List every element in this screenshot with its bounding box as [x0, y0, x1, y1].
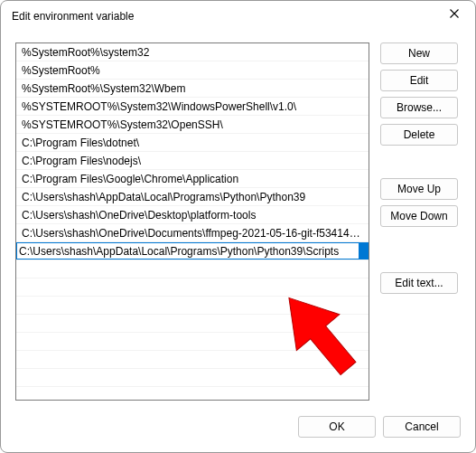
titlebar: Edit environment variable [1, 1, 475, 32]
list-item[interactable]: %SystemRoot%\system32 [16, 43, 369, 61]
cancel-button[interactable]: Cancel [383, 416, 461, 438]
list-item[interactable]: %SystemRoot%\System32\Wbem [16, 80, 369, 98]
list-empty-row[interactable] [16, 297, 369, 315]
close-icon [450, 9, 459, 18]
edit-text-button[interactable]: Edit text... [380, 272, 458, 294]
spacer [380, 232, 458, 267]
browse-button[interactable]: Browse... [380, 97, 458, 118]
edit-selection-cap [359, 242, 369, 260]
list-empty-row[interactable] [16, 278, 369, 297]
list-item[interactable]: C:\Users\shash\AppData\Local\Programs\Py… [16, 188, 369, 206]
path-list[interactable]: %SystemRoot%\system32 %SystemRoot% %Syst… [15, 42, 369, 401]
list-item[interactable]: C:\Program Files\nodejs\ [16, 152, 369, 170]
list-empty-row[interactable] [16, 333, 369, 351]
footer: OK Cancel [1, 405, 475, 452]
spacer [380, 151, 458, 173]
list-item[interactable]: %SYSTEMROOT%\System32\WindowsPowerShell\… [16, 98, 369, 116]
list-item-editing[interactable] [16, 242, 369, 260]
delete-button[interactable]: Delete [380, 124, 458, 146]
list-item[interactable]: C:\Program Files\dotnet\ [16, 134, 369, 152]
button-column: New Edit Browse... Delete Move Up Move D… [380, 42, 458, 405]
list-item[interactable]: %SYSTEMROOT%\System32\OpenSSH\ [16, 116, 369, 134]
list-item[interactable]: C:\Users\shash\OneDrive\Desktop\platform… [16, 206, 369, 224]
list-item[interactable]: %SystemRoot% [16, 61, 369, 80]
dialog-window: Edit environment variable %SystemRoot%\s… [0, 0, 476, 453]
move-down-button[interactable]: Move Down [380, 205, 458, 227]
close-button[interactable] [434, 0, 475, 29]
dialog-title: Edit environment variable [12, 10, 134, 23]
list-item[interactable]: C:\Users\shash\OneDrive\Documents\ffmpeg… [16, 224, 369, 242]
list-empty-row[interactable] [16, 260, 369, 278]
edit-button[interactable]: Edit [380, 70, 458, 91]
content-area: %SystemRoot%\system32 %SystemRoot% %Syst… [1, 32, 475, 405]
list-empty-row[interactable] [16, 315, 369, 333]
new-button[interactable]: New [380, 42, 458, 64]
path-edit-input[interactable] [16, 242, 359, 260]
list-empty-row[interactable] [16, 351, 369, 369]
move-up-button[interactable]: Move Up [380, 178, 458, 200]
list-item[interactable]: C:\Program Files\Google\Chrome\Applicati… [16, 170, 369, 188]
list-empty-row[interactable] [16, 369, 369, 387]
ok-button[interactable]: OK [298, 416, 376, 438]
